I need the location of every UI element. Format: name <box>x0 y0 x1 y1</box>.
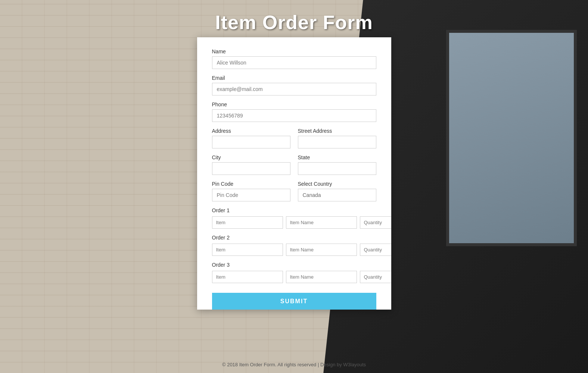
order2-quantity-input[interactable] <box>360 244 391 256</box>
city-state-row: City State <box>212 154 376 175</box>
order1-section: Order 1 <box>212 207 376 229</box>
name-input[interactable] <box>212 56 376 69</box>
pincode-input[interactable] <box>212 189 290 201</box>
address-input[interactable] <box>212 136 290 148</box>
address-label: Address <box>212 128 290 134</box>
order3-quantity-input[interactable] <box>360 271 391 283</box>
email-group: Email <box>212 75 376 95</box>
order1-quantity-input[interactable] <box>360 216 391 229</box>
order3-section: Order 3 <box>212 262 376 283</box>
name-group: Name <box>212 48 376 69</box>
order3-label: Order 3 <box>212 262 376 268</box>
phone-label: Phone <box>212 101 376 107</box>
footer: © 2018 Item Order Form. All rights reser… <box>0 362 588 367</box>
street-input[interactable] <box>298 136 376 148</box>
email-label: Email <box>212 75 376 81</box>
pincode-country-row: Pin Code Select Country <box>212 181 376 201</box>
state-label: State <box>298 154 376 160</box>
phone-input[interactable] <box>212 109 376 122</box>
country-input[interactable] <box>298 189 376 201</box>
name-label: Name <box>212 48 376 54</box>
order3-item-input[interactable] <box>212 271 283 283</box>
city-input[interactable] <box>212 162 290 175</box>
street-label: Street Address <box>298 128 376 134</box>
order1-item-input[interactable] <box>212 216 283 229</box>
state-input[interactable] <box>298 162 376 175</box>
submit-button[interactable]: SUBMIT <box>212 293 376 310</box>
order2-label: Order 2 <box>212 235 376 241</box>
pincode-label: Pin Code <box>212 181 290 187</box>
order2-section: Order 2 <box>212 235 376 256</box>
footer-text: © 2018 Item Order Form. All rights reser… <box>222 362 366 367</box>
email-input[interactable] <box>212 83 376 95</box>
page-title: Item Order Form <box>0 11 588 34</box>
order3-itemname-input[interactable] <box>286 271 357 283</box>
order2-fields <box>212 244 376 256</box>
address-col: Address <box>212 128 290 148</box>
street-col: Street Address <box>298 128 376 148</box>
order1-fields <box>212 216 376 229</box>
monitor-screen <box>446 30 577 246</box>
form-container: Name Email Phone Address Street Address … <box>197 37 391 310</box>
city-label: City <box>212 154 290 160</box>
address-row: Address Street Address <box>212 128 376 148</box>
pincode-col: Pin Code <box>212 181 290 201</box>
state-col: State <box>298 154 376 175</box>
city-col: City <box>212 154 290 175</box>
order1-itemname-input[interactable] <box>286 216 357 229</box>
order2-item-input[interactable] <box>212 244 283 256</box>
country-col: Select Country <box>298 181 376 201</box>
order1-label: Order 1 <box>212 207 376 213</box>
phone-group: Phone <box>212 101 376 122</box>
country-label: Select Country <box>298 181 376 187</box>
order3-fields <box>212 271 376 283</box>
page-title-area: Item Order Form <box>0 11 588 34</box>
order2-itemname-input[interactable] <box>286 244 357 256</box>
